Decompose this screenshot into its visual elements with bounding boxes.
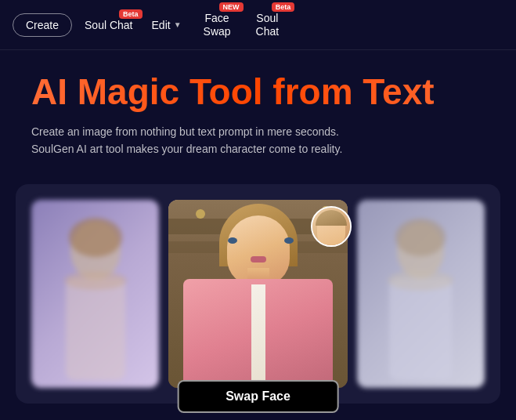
svg-point-7 — [388, 270, 453, 291]
svg-point-1 — [69, 218, 122, 257]
hero-title: AI Magic Tool from Text — [31, 72, 485, 112]
hero-desc-line2: SoulGen AI art tool makes your dream cha… — [31, 143, 342, 155]
right-person-figure — [357, 200, 485, 388]
card-right — [357, 200, 485, 388]
soul-chat-left-badge: Beta — [119, 9, 143, 19]
face-swap-line1: Face — [204, 12, 231, 25]
left-person-svg — [49, 208, 143, 380]
card-center: Swap Face — [168, 200, 348, 388]
face-thumbnail — [311, 206, 352, 247]
card-left — [31, 200, 159, 388]
edit-arrow-icon: ▼ — [174, 20, 182, 29]
soul-chat-right-line1: Soul — [256, 12, 280, 25]
left-person-figure — [31, 200, 159, 388]
svg-point-5 — [395, 219, 446, 256]
svg-rect-2 — [66, 278, 125, 380]
face-swap-badge: NEW — [219, 2, 244, 12]
nav-edit[interactable]: Edit ▼ — [146, 16, 188, 34]
nav-soul-chat-left[interactable]: Soul Chat Beta — [78, 16, 139, 34]
hero-section: AI Magic Tool from Text Create an image … — [0, 50, 516, 170]
soul-chat-right-line2: Chat — [256, 25, 280, 38]
svg-point-3 — [64, 271, 127, 290]
right-person-svg — [373, 208, 467, 380]
navbar: Create Soul Chat Beta Edit ▼ Face Swap N… — [0, 0, 516, 50]
hero-desc-line1: Create an image from nothing but text pr… — [31, 125, 339, 138]
cards-section: Swap Face — [16, 184, 500, 404]
swap-face-button-wrap: Swap Face — [177, 380, 339, 413]
soul-chat-right-badge: Beta — [272, 2, 295, 12]
swap-face-button[interactable]: Swap Face — [177, 380, 339, 413]
face-thumb-inner — [312, 208, 350, 245]
face-swap-line2: Swap — [204, 25, 231, 38]
edit-label: Edit — [152, 19, 171, 31]
hero-desc: Create an image from nothing but text pr… — [31, 123, 438, 158]
svg-rect-6 — [389, 278, 452, 380]
nav-face-swap[interactable]: Face Swap NEW — [194, 9, 240, 42]
nav-soul-chat-right[interactable]: Soul Chat Beta — [247, 9, 289, 42]
create-button[interactable]: Create — [13, 13, 72, 37]
